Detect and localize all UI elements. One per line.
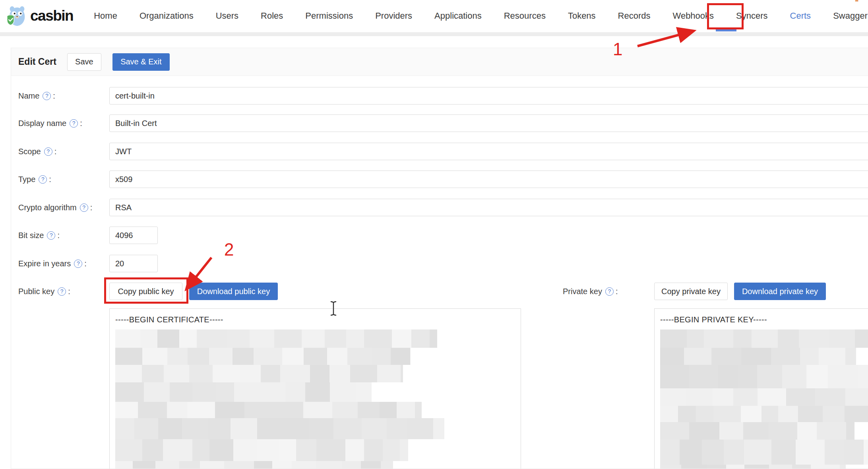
private-key-begin-line: -----BEGIN PRIVATE KEY----- (660, 314, 868, 326)
edit-cert-card: Edit Cert Save Save & Exit Name?: Displa… (11, 48, 868, 469)
public-key-textarea[interactable]: -----BEGIN CERTIFICATE----- (109, 308, 521, 469)
crypto-algorithm-label: Crypto algorithm (18, 203, 77, 212)
display-name-label: Display name (18, 119, 66, 128)
bit-size-label: Bit size (18, 231, 44, 240)
name-input[interactable] (109, 87, 868, 105)
redacted-row (115, 382, 521, 402)
help-icon[interactable]: ? (44, 147, 52, 156)
nav-item-resources[interactable]: Resources (493, 0, 557, 32)
help-icon[interactable]: ? (43, 92, 51, 100)
redacted-row (115, 439, 521, 461)
redacted-row (660, 440, 868, 465)
name-field-row: Name?: (18, 87, 868, 105)
redacted-row (115, 365, 521, 382)
expire-years-label: Expire in years (18, 259, 71, 268)
nav-item-permissions[interactable]: Permissions (294, 0, 364, 32)
nav-item-tokens[interactable]: Tokens (557, 0, 607, 32)
help-icon[interactable]: ? (47, 231, 55, 240)
certificate-begin-line: -----BEGIN CERTIFICATE----- (115, 314, 521, 326)
nav-item-certs[interactable]: Certs (779, 0, 822, 32)
help-icon[interactable]: ? (80, 203, 88, 212)
crypto-algorithm-input[interactable] (109, 199, 868, 216)
redacted-row (660, 406, 868, 422)
page-title: Edit Cert (18, 56, 56, 67)
redacted-row (660, 422, 868, 440)
nav-item-swagger[interactable]: Swagger (822, 0, 868, 32)
label-colon: : (53, 91, 55, 101)
save-and-exit-button[interactable]: Save & Exit (112, 53, 170, 71)
annotation-box-copy-public-key (104, 277, 188, 304)
redacted-row (115, 329, 521, 348)
scope-input[interactable] (109, 143, 868, 160)
type-label: Type (18, 175, 35, 184)
casbin-mascot-icon (6, 4, 29, 27)
display-name-field-row: Display name?: (18, 114, 868, 132)
nav-item-records[interactable]: Records (607, 0, 662, 32)
ibeam-cursor-icon (329, 300, 338, 316)
main-nav: Home Organizations Users Roles Permissio… (83, 0, 868, 32)
active-tab-indicator (716, 29, 736, 31)
redacted-row (660, 388, 868, 406)
help-icon[interactable]: ? (74, 260, 82, 268)
crown-icon: ♛ (854, 0, 859, 2)
nav-item-applications[interactable]: Applications (423, 0, 493, 32)
help-icon[interactable]: ? (39, 175, 47, 184)
redacted-row (660, 365, 868, 388)
save-button[interactable]: Save (67, 53, 101, 71)
label-colon: : (68, 287, 70, 296)
copy-private-key-button[interactable]: Copy private key (654, 283, 728, 300)
nav-item-roles[interactable]: Roles (250, 0, 294, 32)
help-icon[interactable]: ? (58, 287, 66, 296)
label-colon: : (90, 203, 93, 212)
label-colon: : (84, 259, 87, 268)
annotation-step-2: 2 (224, 241, 234, 258)
public-key-label: Public key (18, 287, 54, 296)
download-public-key-button[interactable]: Download public key (189, 283, 278, 300)
redacted-private-key-content (660, 329, 868, 469)
scope-field-row: Scope?: (18, 143, 868, 160)
private-key-label: Private key (563, 287, 602, 296)
nav-item-organizations[interactable]: Organizations (128, 0, 205, 32)
redacted-public-key-content (115, 329, 521, 469)
bit-size-field-row: Bit size?: (18, 227, 868, 244)
page-background-strip (0, 32, 868, 36)
display-name-input[interactable] (109, 114, 868, 132)
label-colon: : (80, 119, 82, 128)
label-colon: : (616, 287, 618, 296)
redacted-row (115, 402, 521, 418)
redacted-row (115, 348, 521, 365)
crypto-algorithm-field-row: Crypto algorithm?: (18, 199, 868, 216)
scope-label: Scope (18, 147, 41, 156)
casbin-logo[interactable]: casbin ♛ (6, 4, 73, 27)
nav-item-users[interactable]: Users (205, 0, 250, 32)
help-icon[interactable]: ? (605, 287, 614, 296)
type-input[interactable] (109, 171, 868, 188)
redacted-row (115, 461, 521, 469)
help-icon[interactable]: ? (70, 119, 78, 128)
card-header: Edit Cert Save Save & Exit (11, 48, 868, 76)
annotation-box-certs-tab (707, 3, 744, 29)
bit-size-input[interactable] (109, 227, 158, 244)
label-colon: : (57, 231, 60, 240)
redacted-row (115, 418, 521, 439)
redacted-row (660, 348, 868, 365)
nav-item-providers[interactable]: Providers (364, 0, 423, 32)
private-key-textarea[interactable]: -----BEGIN PRIVATE KEY----- (654, 308, 868, 469)
redacted-row (660, 465, 868, 469)
redacted-row (660, 329, 868, 348)
type-field-row: Type?: (18, 171, 868, 188)
logo-text: casbin (30, 4, 73, 27)
label-colon: : (54, 147, 57, 156)
expire-years-field-row: Expire in years?: (18, 255, 868, 272)
name-label: Name (18, 91, 39, 101)
expire-years-input[interactable] (109, 255, 158, 272)
annotation-step-1: 1 (613, 41, 622, 58)
nav-item-home[interactable]: Home (83, 0, 128, 32)
label-colon: : (49, 175, 51, 184)
download-private-key-button[interactable]: Download private key (734, 283, 826, 300)
